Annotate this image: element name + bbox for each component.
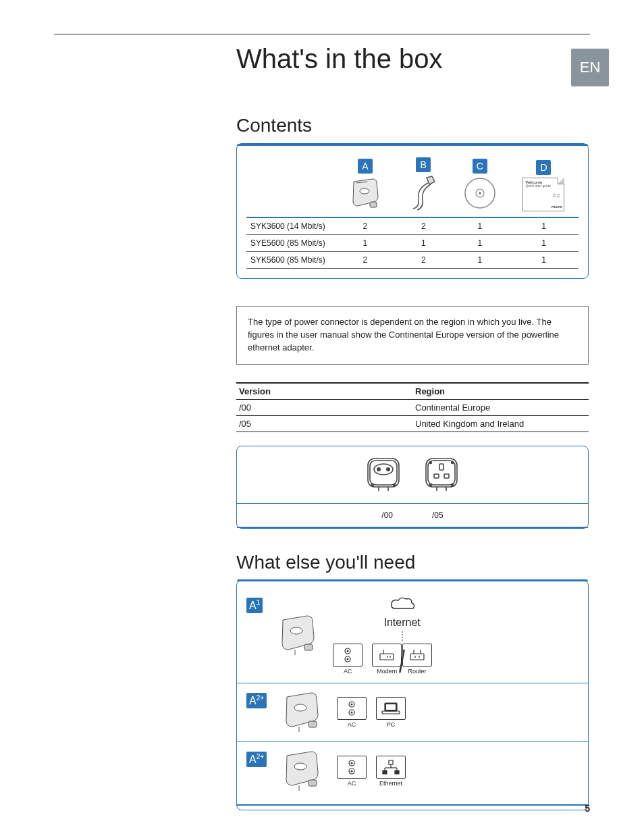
badge-a1: A1 [246, 598, 263, 613]
svg-rect-50 [386, 704, 396, 710]
qsg-brand: PHILIPS [552, 206, 562, 209]
top-rule [54, 34, 590, 34]
svg-point-20 [452, 461, 454, 463]
plug-uk-icon [422, 456, 461, 494]
svg-point-48 [351, 712, 352, 713]
adapter-icon [280, 750, 323, 792]
cell: Continental Europe [412, 399, 589, 415]
cell: 2 [334, 217, 396, 235]
badge-b: B [416, 157, 431, 172]
cable-icon [408, 175, 439, 211]
region-header: Region [412, 383, 589, 400]
svg-point-31 [347, 658, 348, 660]
badge-a: A [358, 159, 373, 174]
card-divider [237, 503, 588, 504]
internet-cloud-icon [389, 596, 416, 614]
svg-point-52 [294, 763, 306, 770]
needs-card: A1 AC Internet [236, 580, 589, 810]
svg-point-0 [360, 188, 369, 194]
plug-eu-label: /00 [381, 511, 393, 520]
svg-rect-17 [434, 474, 439, 478]
pc-icon: PC [376, 697, 406, 728]
dotted-line-icon [400, 631, 404, 641]
ac-label: AC [348, 780, 356, 787]
svg-rect-1 [370, 202, 377, 207]
plug-eu-icon [364, 456, 403, 494]
col-b: B [396, 154, 451, 217]
badge-a2b: A2+ [246, 752, 267, 767]
router-icon: Router [402, 644, 432, 675]
cell: /05 [236, 415, 412, 432]
cell: 1 [509, 252, 579, 269]
contents-table: A B [246, 154, 579, 269]
svg-point-10 [372, 484, 374, 486]
svg-point-25 [290, 627, 302, 634]
svg-point-57 [351, 762, 352, 764]
svg-rect-65 [395, 771, 399, 774]
cell: 1 [451, 217, 509, 235]
svg-rect-26 [304, 644, 313, 650]
adapter-icon [347, 176, 383, 210]
svg-point-47 [351, 704, 352, 705]
card-accent [237, 579, 588, 581]
header-row: What's in the box [54, 44, 590, 74]
version-header-row: Version Region [236, 383, 589, 400]
ethernet-icon: Ethernet [376, 756, 406, 787]
section-contents-heading: Contents [236, 115, 589, 136]
col-a: A [334, 154, 396, 217]
svg-rect-16 [439, 464, 444, 470]
svg-point-4 [479, 192, 481, 194]
svg-rect-51 [382, 711, 400, 714]
cell: 1 [509, 217, 579, 235]
cell: 1 [451, 252, 509, 269]
contents-card: A B [236, 143, 589, 279]
table-row: SYK3600 (14 Mbit/s) 2 2 1 1 [246, 217, 579, 235]
ac-outlet-icon: AC [337, 697, 367, 728]
internet-group: Internet Modem / Router [372, 596, 432, 675]
cell: United Kingdom and Ireland [412, 415, 589, 432]
ac-label: AC [348, 721, 356, 728]
table-row: /00 Continental Europe [236, 399, 589, 415]
cell: 1 [334, 235, 396, 252]
table-row: /05 United Kingdom and Ireland [236, 415, 589, 432]
badge-c: C [473, 159, 487, 174]
svg-rect-53 [308, 780, 317, 786]
svg-point-58 [351, 771, 352, 772]
cell: 2 [396, 217, 451, 235]
cell: 1 [396, 235, 451, 252]
page-title: What's in the box [236, 44, 443, 74]
svg-point-22 [452, 484, 454, 486]
page: What's in the box EN Contents A [0, 0, 644, 834]
language-tab: EN [571, 49, 609, 86]
section-whatelse-heading: What else you'll need [236, 552, 589, 573]
qsg-wave-icon [552, 190, 561, 200]
internet-label: Internet [383, 617, 420, 629]
content-column: Contents A [236, 115, 589, 810]
badge-d: D [536, 160, 551, 175]
modem-icon: Modem [372, 644, 402, 675]
table-row: SYE5600 (85 Mbit/s) 1 1 1 1 [246, 235, 579, 252]
svg-point-9 [387, 467, 390, 470]
version-header: Version [236, 383, 412, 400]
quickstart-card-icon: Welcome Quick start guide PHILIPS [522, 178, 564, 211]
plug-eu [364, 456, 403, 496]
router-label: Router [408, 668, 427, 675]
svg-point-42 [294, 704, 306, 711]
version-table: Version Region /00 Continental Europe /0… [236, 382, 589, 432]
cell: 2 [396, 252, 451, 269]
svg-rect-33 [380, 654, 394, 660]
needs-row-a1: A1 AC Internet [246, 588, 579, 683]
svg-point-19 [430, 461, 432, 463]
table-row: SYK5600 (85 Mbit/s) 2 2 1 1 [246, 252, 579, 269]
slash-divider: / [399, 650, 405, 675]
svg-point-21 [430, 484, 432, 486]
col-d: D Welcome Quick start guide PHILIPS [509, 154, 579, 217]
svg-point-30 [347, 650, 348, 652]
cell: /00 [236, 399, 412, 415]
ac-label: AC [344, 668, 352, 675]
card-accent [237, 144, 588, 146]
svg-rect-18 [444, 474, 449, 478]
svg-rect-37 [410, 654, 424, 660]
cd-icon [463, 176, 497, 210]
plug-label-row: /00 /05 [246, 506, 579, 520]
